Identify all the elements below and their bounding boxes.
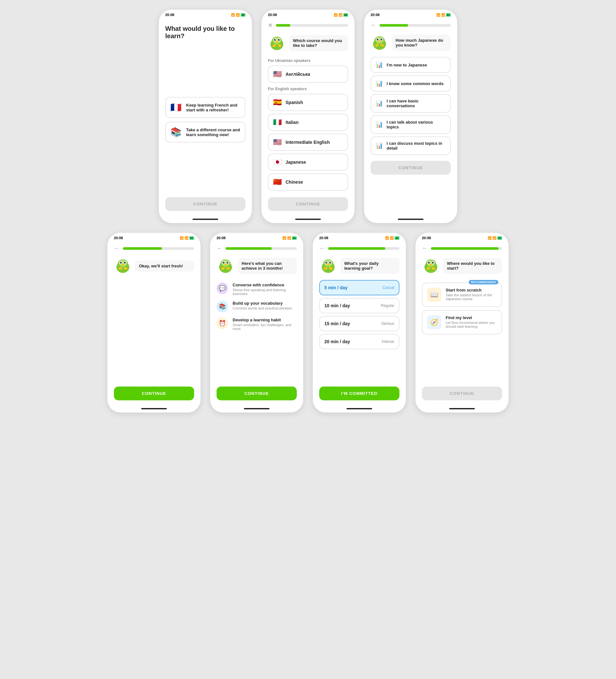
scratch-title: Start from scratch	[446, 288, 497, 292]
goals-list: 5 min / day Casual 10 min / day Regular …	[319, 280, 400, 387]
int-english-lang-item[interactable]: 🇺🇸 Intermediate English	[268, 134, 348, 151]
keep-learning-option[interactable]: 🇫🇷 Keep learning French and start with a…	[165, 97, 245, 118]
japanese-lang-item[interactable]: 🇯🇵 Japanese	[268, 154, 348, 171]
chinese-flag-icon: 🇨🇳	[273, 178, 282, 186]
achievement-1-texts: Converse with confidence Stress-free spe…	[233, 283, 297, 296]
time-4: 20:08	[114, 236, 123, 240]
goal-time-2: 10 min / day	[324, 303, 350, 308]
japanese-lang-name: Japanese	[285, 160, 306, 165]
screen1-continue-btn[interactable]: CONTINUE	[165, 197, 245, 211]
wifi-icon-6: 📶	[390, 236, 393, 240]
screen5-continue-btn[interactable]: CONTINUE	[216, 387, 297, 400]
back-icon-6[interactable]: ←	[319, 245, 325, 252]
level-title: Find my level	[446, 315, 497, 320]
signal-icon-4: 📶	[180, 236, 183, 240]
phone-1-content: What would you like to learn? 🇫🇷 Keep le…	[159, 19, 252, 216]
owl-avatar-4	[114, 257, 132, 275]
level-icon-4: 📊	[376, 121, 383, 128]
habit-desc: Smart reminders, fun challenges, and mor…	[233, 323, 297, 331]
goal-casual[interactable]: 5 min / day Casual	[319, 280, 400, 295]
owl-avatar-5	[216, 257, 235, 275]
signal-icon-6: 📶	[385, 236, 389, 240]
vocab-title: Build up your vocabulary	[233, 301, 292, 305]
battery-4: 61	[189, 236, 194, 240]
level-common[interactable]: 📊 I know some common words	[371, 75, 451, 92]
goal-label-4: Intense	[382, 340, 394, 344]
goal-regular[interactable]: 10 min / day Regular	[319, 298, 400, 313]
progress-fill-2	[276, 24, 290, 27]
progress-area-6: ←	[319, 245, 400, 252]
goal-serious[interactable]: 15 min / day Serious	[319, 316, 400, 331]
owl-avatar-2	[268, 34, 286, 52]
bottom-row: 20:08 📶 📶 61 ←	[107, 233, 509, 413]
vocab-icon: 📚	[216, 301, 228, 312]
back-icon-4[interactable]: ←	[114, 245, 120, 252]
status-bar-7: 20:08 📶 📶 61	[415, 233, 509, 242]
status-icons-5: 📶 📶 61	[282, 236, 297, 240]
level-basic[interactable]: 📊 I can have basic conversations	[371, 94, 451, 113]
home-indicator-4	[141, 408, 167, 409]
svg-point-19	[378, 39, 378, 39]
progress-fill-6	[328, 247, 385, 250]
svg-point-55	[326, 262, 327, 263]
spanish-lang-item[interactable]: 🇪🇸 Spanish	[268, 94, 348, 111]
converse-icon: 💬	[216, 283, 228, 294]
ukrainian-lang-item[interactable]: 🇺🇸 Англійська	[268, 65, 348, 83]
battery-1: 62	[241, 13, 245, 17]
battery-5: 61	[292, 236, 297, 240]
screen4-continue-btn[interactable]: CONTINUE	[114, 387, 194, 400]
converse-desc: Stress-free speaking and listening exerc…	[233, 288, 297, 296]
ukrainian-section-label: For Ukrainian speakers	[268, 58, 348, 63]
progress-bar-3	[380, 24, 451, 27]
svg-point-18	[380, 38, 382, 40]
level-icon-3: 📊	[376, 100, 383, 107]
start-from-scratch-option[interactable]: RECOMMENDED 📖 Start from scratch Take th…	[422, 283, 502, 307]
back-icon-7[interactable]: ←	[422, 245, 428, 252]
screen2-continue-btn[interactable]: CONTINUE	[268, 197, 348, 211]
japanese-flag-icon: 🇯🇵	[273, 158, 282, 166]
progress-fill-7	[431, 247, 499, 250]
wifi-icon-1: 📶	[236, 13, 240, 17]
goal-intense[interactable]: 20 min / day Intense	[319, 334, 400, 349]
phone-5: 20:08 📶 📶 61 ←	[210, 233, 303, 413]
top-row: 20:08 📶 📶 62 What would you like to lear…	[159, 10, 457, 223]
level-text-3: I can have basic conversations	[387, 99, 446, 108]
back-icon-5[interactable]: ←	[216, 245, 223, 252]
find-level-option[interactable]: 🧭 Find my level Let Duo recommend where …	[422, 310, 502, 334]
owl-avatar-3	[371, 34, 388, 52]
level-new[interactable]: 📊 I'm new to Japanese	[371, 57, 451, 73]
italian-lang-item[interactable]: 🇮🇹 Italian	[268, 114, 348, 131]
level-various[interactable]: 📊 I can talk about various topics	[371, 115, 451, 134]
screen3-speech: How much Japanese do you know?	[392, 35, 451, 51]
screen3-continue-btn[interactable]: CONTINUE	[371, 161, 451, 175]
progress-bar-2	[276, 24, 348, 27]
habit-icon: ⏰	[216, 318, 228, 329]
different-course-option[interactable]: 📚 Take a different course and learn some…	[165, 122, 245, 142]
owl-row-7: Where would you like to start?	[422, 257, 502, 275]
int-english-flag-icon: 🇺🇸	[273, 138, 282, 147]
time-5: 20:08	[216, 236, 226, 240]
phone-6: 20:08 📶 📶 61 ←	[313, 233, 406, 413]
level-discuss[interactable]: 📊 I can discuss most topics in detail	[371, 136, 451, 155]
progress-area-2: ✕	[268, 22, 348, 29]
close-icon-2[interactable]: ✕	[268, 22, 273, 29]
chinese-lang-item[interactable]: 🇨🇳 Chinese	[268, 173, 348, 191]
screen7-continue-btn[interactable]: CONTINUE	[422, 387, 502, 400]
back-icon-3[interactable]: ←	[371, 22, 376, 29]
compass-icon: 🧭	[427, 315, 441, 329]
italian-flag-icon: 🇮🇹	[273, 118, 282, 127]
phone-3: 20:08 📶 📶 61 ←	[364, 10, 457, 223]
status-bar-6: 20:08 📶 📶 61	[313, 233, 406, 242]
level-text-4: I can talk about various topics	[387, 120, 446, 129]
status-icons-4: 📶 📶 61	[180, 236, 194, 240]
phone-4-content: ←	[107, 242, 201, 406]
owl-row-3: How much Japanese do you know?	[371, 34, 451, 52]
svg-point-29	[120, 262, 122, 264]
screen6-committed-btn[interactable]: I'M COMMITTED	[319, 387, 400, 400]
start-options: RECOMMENDED 📖 Start from scratch Take th…	[422, 283, 502, 387]
phone-2: 20:08 📶 📶 62 ✕	[262, 10, 354, 223]
scratch-icon: 📖	[427, 288, 441, 302]
signal-icon-1: 📶	[231, 13, 235, 17]
chinese-lang-name: Chinese	[285, 180, 303, 185]
svg-point-65	[428, 262, 430, 264]
